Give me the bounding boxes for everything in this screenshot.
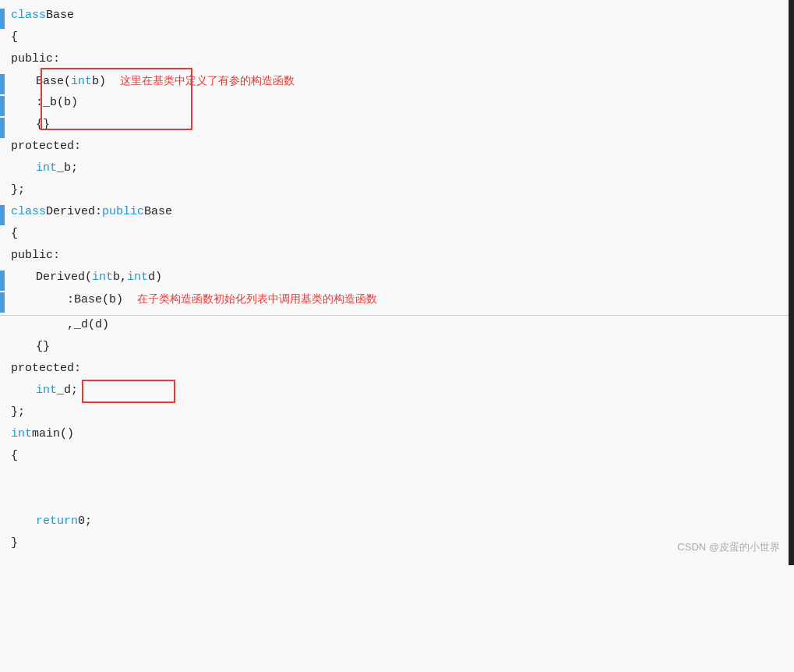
close-class: }; bbox=[11, 183, 25, 196]
access-specifier: public: bbox=[11, 52, 60, 65]
line-content: protected: bbox=[5, 362, 794, 375]
code-line: { bbox=[0, 226, 794, 248]
keyword: class bbox=[11, 205, 46, 218]
keyword: return bbox=[36, 515, 78, 528]
base-class: Base bbox=[144, 205, 172, 218]
code-line: int main() bbox=[0, 426, 794, 448]
keyword: int bbox=[92, 271, 113, 284]
code-line: :Base(b) 在子类构造函数初始化列表中调用基类的构造函数 bbox=[0, 292, 794, 313]
code-line: {} bbox=[0, 117, 794, 139]
keyword: class bbox=[11, 9, 46, 22]
line-content: } bbox=[5, 536, 794, 550]
line-content: { bbox=[5, 449, 794, 462]
brace: { bbox=[11, 30, 18, 44]
line-content bbox=[5, 493, 794, 506]
init-list: :_b(b) bbox=[36, 96, 78, 109]
close-class: }; bbox=[11, 405, 25, 419]
code-line: {} bbox=[0, 339, 794, 361]
line-content: protected: bbox=[5, 140, 794, 153]
line-content: class Base bbox=[5, 9, 794, 22]
keyword: int bbox=[36, 161, 57, 175]
line-content: ,_d(d) bbox=[5, 318, 794, 331]
watermark: CSDN @皮蛋的小世界 bbox=[677, 540, 780, 554]
code-line: int _d; bbox=[0, 383, 794, 405]
code-line: { bbox=[0, 30, 794, 51]
keyword: public bbox=[102, 205, 144, 218]
keyword: int bbox=[71, 75, 92, 88]
code-line: public: bbox=[0, 51, 794, 73]
keyword: int bbox=[36, 384, 57, 397]
identifier: Base bbox=[46, 9, 74, 22]
line-content: { bbox=[5, 227, 794, 240]
code-line: Derived(int b, int d) bbox=[0, 270, 794, 292]
right-border bbox=[789, 0, 794, 565]
line-content: public: bbox=[5, 249, 794, 262]
line-content: }; bbox=[5, 405, 794, 419]
access-specifier: public: bbox=[11, 249, 60, 262]
code-line: class Derived:public Base bbox=[0, 204, 794, 226]
constructor-name: Derived( bbox=[36, 271, 92, 284]
base-init: :Base(b) bbox=[67, 293, 123, 306]
keyword: int bbox=[127, 271, 148, 284]
code-area: class Base { public: Base(int b) 这里在基类中定… bbox=[0, 0, 794, 565]
code-line: } bbox=[0, 536, 794, 557]
line-content: { bbox=[5, 30, 794, 44]
code-line: ,_d(d) bbox=[0, 317, 794, 339]
code-line: Base(int b) 这里在基类中定义了有参的构造函数 bbox=[0, 73, 794, 95]
line-content: public: bbox=[5, 52, 794, 65]
member-init: ,_d(d) bbox=[67, 318, 109, 331]
line-content: return 0; bbox=[5, 515, 794, 528]
code-line: }; bbox=[0, 182, 794, 204]
code-line: public: bbox=[0, 248, 794, 270]
code-line: return 0; bbox=[0, 514, 794, 536]
constructor-name: Base( bbox=[36, 75, 71, 88]
line-content: :Base(b) 在子类构造函数初始化列表中调用基类的构造函数 bbox=[5, 292, 794, 306]
access-specifier: protected: bbox=[11, 362, 81, 375]
close-brace: } bbox=[11, 536, 18, 550]
line-content: }; bbox=[5, 183, 794, 196]
param: d) bbox=[148, 271, 162, 284]
code-line: }; bbox=[0, 405, 794, 426]
code-line: { bbox=[0, 448, 794, 470]
return-value: 0; bbox=[78, 515, 92, 528]
line-content: int _b; bbox=[5, 161, 794, 175]
braces: {} bbox=[36, 340, 50, 353]
line-content: class Derived:public Base bbox=[5, 205, 794, 218]
param: b, bbox=[113, 271, 127, 284]
divider bbox=[0, 315, 794, 316]
access-specifier: protected: bbox=[11, 140, 81, 153]
code-line bbox=[0, 492, 794, 514]
code-line: :_b(b) bbox=[0, 95, 794, 117]
line-content: {} bbox=[5, 340, 794, 353]
member-var: _d; bbox=[57, 384, 78, 397]
keyword: int bbox=[11, 427, 32, 440]
line-content: int main() bbox=[5, 427, 794, 440]
identifier: Derived: bbox=[46, 205, 102, 218]
code-line bbox=[0, 470, 794, 492]
annotation-text-1: 这里在基类中定义了有参的构造函数 bbox=[120, 74, 295, 88]
line-content: Derived(int b, int d) bbox=[5, 271, 794, 284]
line-content: Base(int b) 这里在基类中定义了有参的构造函数 bbox=[5, 74, 794, 88]
braces: {} bbox=[36, 118, 50, 131]
brace: { bbox=[11, 227, 18, 240]
param: b) bbox=[92, 75, 106, 88]
line-content: :_b(b) bbox=[5, 96, 794, 109]
code-line: protected: bbox=[0, 139, 794, 161]
code-line: class Base bbox=[0, 8, 794, 30]
code-line: int _b; bbox=[0, 161, 794, 182]
code-line: protected: bbox=[0, 361, 794, 383]
line-content: {} bbox=[5, 118, 794, 131]
annotation-text-2: 在子类构造函数初始化列表中调用基类的构造函数 bbox=[137, 292, 377, 306]
brace: { bbox=[11, 449, 18, 462]
line-content bbox=[5, 471, 794, 484]
line-content: int _d; bbox=[5, 384, 794, 397]
member-var: _b; bbox=[57, 161, 78, 175]
function-name: main() bbox=[32, 427, 74, 440]
